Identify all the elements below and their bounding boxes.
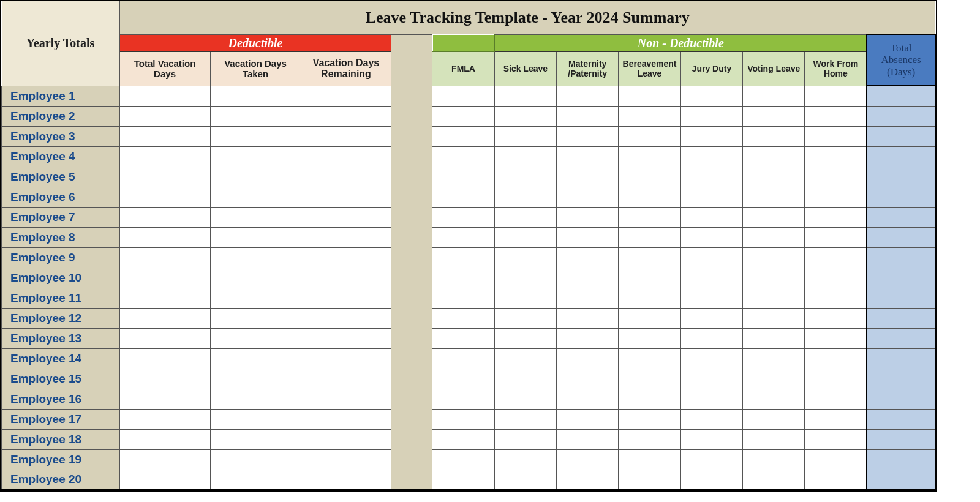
deductible-cell[interactable] (119, 268, 210, 288)
deductible-cell[interactable] (210, 167, 301, 187)
employee-label[interactable]: Employee 17 (2, 409, 120, 429)
deductible-cell[interactable] (210, 369, 301, 389)
nondeductible-cell[interactable] (680, 106, 742, 126)
nondeductible-cell[interactable] (432, 348, 494, 369)
nondeductible-cell[interactable] (494, 106, 556, 126)
total-absences-cell[interactable] (867, 308, 935, 328)
nondeductible-cell[interactable] (619, 429, 680, 449)
deductible-cell[interactable] (301, 470, 391, 490)
nondeductible-cell[interactable] (619, 369, 680, 389)
nondeductible-cell[interactable] (743, 86, 805, 106)
nondeductible-cell[interactable] (805, 167, 867, 187)
deductible-cell[interactable] (210, 308, 301, 328)
deductible-cell[interactable] (119, 86, 210, 106)
nondeductible-cell[interactable] (680, 167, 742, 187)
deductible-cell[interactable] (210, 126, 301, 146)
nondeductible-cell[interactable] (805, 369, 867, 389)
employee-label[interactable]: Employee 8 (2, 227, 120, 247)
nondeductible-cell[interactable] (557, 167, 619, 187)
nondeductible-cell[interactable] (557, 328, 619, 348)
nondeductible-cell[interactable] (680, 328, 742, 348)
total-absences-cell[interactable] (867, 268, 935, 288)
nondeductible-cell[interactable] (743, 288, 805, 308)
deductible-cell[interactable] (210, 470, 301, 490)
total-absences-cell[interactable] (867, 146, 935, 167)
nondeductible-cell[interactable] (494, 369, 556, 389)
nondeductible-cell[interactable] (494, 348, 556, 369)
total-absences-cell[interactable] (867, 470, 935, 490)
nondeductible-cell[interactable] (432, 268, 494, 288)
total-absences-cell[interactable] (867, 106, 935, 126)
deductible-cell[interactable] (119, 369, 210, 389)
total-absences-cell[interactable] (867, 207, 935, 227)
nondeductible-cell[interactable] (619, 288, 680, 308)
nondeductible-cell[interactable] (743, 268, 805, 288)
employee-label[interactable]: Employee 13 (2, 328, 120, 348)
nondeductible-cell[interactable] (557, 288, 619, 308)
nondeductible-cell[interactable] (805, 288, 867, 308)
nondeductible-cell[interactable] (557, 187, 619, 207)
nondeductible-cell[interactable] (432, 126, 494, 146)
nondeductible-cell[interactable] (432, 86, 494, 106)
nondeductible-cell[interactable] (743, 369, 805, 389)
selected-cell[interactable] (432, 34, 494, 51)
employee-label[interactable]: Employee 4 (2, 146, 120, 167)
deductible-cell[interactable] (301, 187, 391, 207)
deductible-cell[interactable] (301, 106, 391, 126)
nondeductible-cell[interactable] (494, 429, 556, 449)
nondeductible-cell[interactable] (743, 409, 805, 429)
nondeductible-cell[interactable] (805, 429, 867, 449)
nondeductible-cell[interactable] (805, 106, 867, 126)
employee-label[interactable]: Employee 9 (2, 247, 120, 268)
nondeductible-cell[interactable] (680, 268, 742, 288)
employee-label[interactable]: Employee 5 (2, 167, 120, 187)
nondeductible-cell[interactable] (805, 409, 867, 429)
nondeductible-cell[interactable] (805, 86, 867, 106)
nondeductible-cell[interactable] (619, 389, 680, 409)
nondeductible-cell[interactable] (619, 409, 680, 429)
nondeductible-cell[interactable] (557, 449, 619, 470)
employee-label[interactable]: Employee 3 (2, 126, 120, 146)
deductible-cell[interactable] (301, 348, 391, 369)
nondeductible-cell[interactable] (557, 409, 619, 429)
total-absences-cell[interactable] (867, 227, 935, 247)
deductible-cell[interactable] (119, 409, 210, 429)
nondeductible-cell[interactable] (432, 146, 494, 167)
nondeductible-cell[interactable] (805, 227, 867, 247)
total-absences-cell[interactable] (867, 328, 935, 348)
deductible-cell[interactable] (119, 308, 210, 328)
nondeductible-cell[interactable] (619, 247, 680, 268)
deductible-cell[interactable] (301, 227, 391, 247)
deductible-cell[interactable] (119, 449, 210, 470)
nondeductible-cell[interactable] (494, 187, 556, 207)
nondeductible-cell[interactable] (805, 207, 867, 227)
nondeductible-cell[interactable] (619, 348, 680, 369)
nondeductible-cell[interactable] (432, 389, 494, 409)
nondeductible-cell[interactable] (557, 86, 619, 106)
deductible-cell[interactable] (301, 288, 391, 308)
nondeductible-cell[interactable] (557, 207, 619, 227)
nondeductible-cell[interactable] (557, 308, 619, 328)
nondeductible-cell[interactable] (432, 227, 494, 247)
nondeductible-cell[interactable] (494, 207, 556, 227)
employee-label[interactable]: Employee 12 (2, 308, 120, 328)
total-absences-cell[interactable] (867, 167, 935, 187)
nondeductible-cell[interactable] (432, 449, 494, 470)
nondeductible-cell[interactable] (432, 288, 494, 308)
deductible-cell[interactable] (301, 268, 391, 288)
deductible-cell[interactable] (301, 247, 391, 268)
nondeductible-cell[interactable] (494, 146, 556, 167)
deductible-cell[interactable] (301, 409, 391, 429)
deductible-cell[interactable] (119, 167, 210, 187)
nondeductible-cell[interactable] (680, 470, 742, 490)
deductible-cell[interactable] (119, 470, 210, 490)
employee-label[interactable]: Employee 6 (2, 187, 120, 207)
nondeductible-cell[interactable] (805, 389, 867, 409)
employee-label[interactable]: Employee 20 (2, 470, 120, 490)
deductible-cell[interactable] (210, 146, 301, 167)
nondeductible-cell[interactable] (619, 207, 680, 227)
employee-label[interactable]: Employee 11 (2, 288, 120, 308)
nondeductible-cell[interactable] (619, 187, 680, 207)
nondeductible-cell[interactable] (557, 227, 619, 247)
employee-label[interactable]: Employee 1 (2, 86, 120, 106)
